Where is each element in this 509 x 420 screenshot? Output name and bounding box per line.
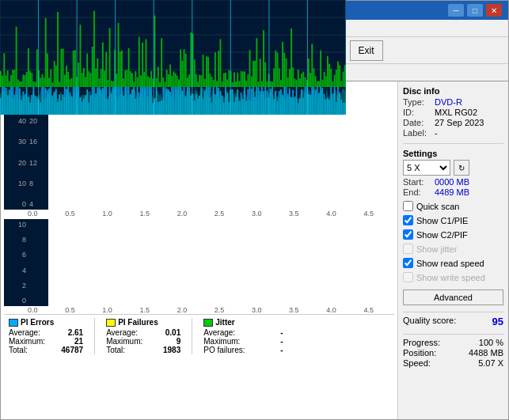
pi-failures-max-value: 9 [149,337,180,346]
position-value: 4488 MB [469,348,503,358]
divider-1 [403,143,503,144]
quality-label: Quality score: [403,316,456,327]
show-jitter-checkbox[interactable] [403,244,413,254]
jitter-label: Jitter [215,318,234,327]
show-c1pie-checkbox[interactable] [403,215,413,225]
upper-chart-container: 50 40 30 20 10 0 24 20 16 12 8 4 [4,95,394,210]
pi-failures-color [106,319,116,327]
pi-errors-avg-value: 2.61 [51,328,83,337]
quick-scan-checkbox[interactable] [403,201,413,211]
main-content: recorded with MATSHITA B102 08/03/06 50 … [1,81,508,419]
jitter-max-label: Maximum: [203,337,240,346]
show-c1pie-row: Show C1/PIE [403,215,503,225]
show-c2pif-label: Show C2/PIF [416,230,468,240]
chart-area: recorded with MATSHITA B102 08/03/06 50 … [1,81,397,419]
id-value: MXL RG02 [435,108,477,117]
speed-select[interactable]: 5 X Max [403,160,450,176]
show-read-speed-label: Show read speed [416,259,484,268]
jitter-max-value: - [252,337,283,346]
speed-label: Speed: [403,358,431,368]
lower-y-axis-right [28,219,48,306]
minimize-button[interactable]: ─ [448,4,464,17]
upper-x-axis: 0.0 0.5 1.0 1.5 2.0 2.5 3.0 3.5 4.0 4.5 [4,210,394,218]
pi-errors-total-label: Total: [9,346,28,354]
pi-errors-label: PI Errors [21,318,54,327]
close-button[interactable]: ✕ [486,4,502,17]
pi-failures-avg-label: Average: [106,328,138,337]
refresh-button[interactable]: ↻ [454,160,469,176]
pi-errors-avg-label: Average: [9,328,40,337]
type-label: Type: [403,97,431,107]
progress-section: Progress: 100 % Position: 4488 MB Speed:… [403,334,503,369]
po-failures-value: - [252,346,283,354]
show-jitter-label: Show jitter [416,244,457,254]
progress-value: 100 % [479,338,503,347]
date-value: 27 Sep 2023 [435,118,484,127]
show-c1pie-label: Show C1/PIE [416,216,468,225]
label-value: - [435,128,438,138]
end-label: End: [403,187,431,197]
main-window: Nero CD-DVD Speed 4.7.7.16 ─ □ ✕ File Ru… [0,0,509,420]
right-panel: Disc info Type: DVD-R ID: MXL RG02 Date:… [397,81,508,419]
date-label: Date: [403,118,431,127]
settings-title: Settings [403,149,503,158]
pi-failures-label: PI Failures [118,318,158,327]
speed-value: 5.07 X [478,358,503,368]
show-c2pif-checkbox[interactable] [403,229,413,240]
quality-score-value: 95 [492,316,503,327]
jitter-avg-label: Average: [203,328,235,337]
start-value: 0000 MB [435,177,469,187]
end-value: 4489 MB [435,187,469,197]
pi-errors-max-value: 21 [51,337,83,346]
show-write-speed-checkbox[interactable] [403,272,413,282]
show-read-speed-row: Show read speed [403,258,503,268]
pi-failures-avg-value: 0.01 [149,328,180,337]
pi-errors-total-value: 46787 [51,346,83,354]
quick-scan-row: Quick scan [403,201,503,211]
id-label: ID: [403,108,431,117]
pi-failures-total-label: Total: [106,346,125,354]
pi-errors-max-label: Maximum: [9,337,45,346]
show-write-speed-label: Show write speed [416,273,485,282]
jitter-avg-value: - [252,328,283,337]
lower-x-axis: 0.0 0.5 1.0 1.5 2.0 2.5 3.0 3.5 4.0 4.5 [4,306,394,314]
settings-section: Settings 5 X Max ↻ Start: 0000 MB End: 4… [403,149,503,198]
progress-label: Progress: [403,338,440,347]
show-c2pif-row: Show C2/PIF [403,229,503,240]
stats-area: PI Errors Average: 2.61 Maximum: 21 Tota… [4,314,394,358]
label-label: Label: [403,128,431,138]
pi-failures-max-label: Maximum: [106,337,142,346]
exit-button[interactable]: Exit [350,40,383,61]
maximize-button[interactable]: □ [467,4,483,17]
lower-y-axis-left: 10 8 6 4 2 0 [4,219,28,306]
jitter-color [203,319,213,327]
disc-info-section: Disc info Type: DVD-R ID: MXL RG02 Date:… [403,86,503,138]
disc-info-title: Disc info [403,86,503,96]
pi-errors-color [9,319,18,327]
type-value: DVD-R [435,97,462,107]
quality-row: Quality score: 95 [403,312,503,327]
pi-failures-stats: PI Failures Average: 0.01 Maximum: 9 Tot… [106,318,180,354]
position-label: Position: [403,348,436,358]
lower-chart-canvas [1,81,346,87]
pi-errors-stats: PI Errors Average: 2.61 Maximum: 21 Tota… [9,318,83,354]
jitter-stats: Jitter Average: - Maximum: - PO failures… [203,318,283,354]
po-failures-label: PO failures: [203,346,245,354]
pi-failures-total-value: 1983 [149,346,180,354]
advanced-button[interactable]: Advanced [403,289,503,305]
show-read-speed-checkbox[interactable] [403,258,413,268]
start-label: Start: [403,177,431,187]
lower-chart-container: 10 8 6 4 2 0 [4,219,394,306]
quick-scan-label: Quick scan [416,202,459,211]
show-jitter-row: Show jitter [403,244,503,254]
title-bar-controls: ─ □ ✕ [448,4,502,17]
show-write-speed-row: Show write speed [403,272,503,282]
